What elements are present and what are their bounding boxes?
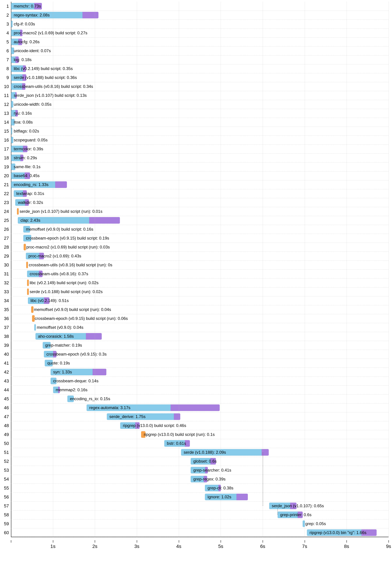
row-number: 43 (0, 377, 9, 385)
bar-label: crossbeam-deque: 0.14s (51, 377, 98, 385)
timeline-row: 40crossbeam-epoch (v0.9.15): 0.3s (11, 350, 389, 359)
timeline-row: 49ripgrep (v13.0.0) build script (run): … (11, 430, 389, 439)
row-number: 36 (0, 314, 9, 323)
bar-label: serde (v1.0.188) build script (run): 0.0… (28, 287, 103, 296)
bar-label: memmap2: 0.16s (54, 385, 87, 394)
bar-label: scopeguard: 0.05s (12, 136, 47, 145)
row-number: 10 (0, 82, 9, 91)
bar-label: serde_json (v1.0.107): 0.65s (270, 501, 324, 510)
x-tick-label: 6s (260, 544, 265, 549)
bar-label: bstr: 0.61s (165, 439, 186, 448)
timeline-row: 9serde (v1.0.188) build script: 0.36s (11, 73, 389, 82)
timeline-row: 13ryu: 0.16s (11, 109, 389, 118)
timeline-row: 31crossbeam-utils (v0.8.16): 0.37s (11, 269, 389, 278)
bar-label: memoffset (v0.9.0) build script (run): 0… (32, 305, 111, 314)
row-number: 37 (0, 323, 9, 332)
timeline-row: 32libc (v0.2.149) build script (run): 0.… (11, 278, 389, 287)
row-number: 46 (0, 403, 9, 412)
timeline-row: 37memoffset (v0.9.0): 0.04s (11, 323, 389, 332)
row-number: 35 (0, 305, 9, 314)
timeline-row: 1memchr: 0.73s (11, 2, 389, 11)
timeline-row: 16scopeguard: 0.05s (11, 136, 389, 145)
bar-label: encoding_rs: 1.33s (12, 180, 49, 189)
bar-segment-purple (86, 333, 102, 340)
bar-label: walkdir: 0.32s (16, 198, 43, 207)
timeline-row: 27crossbeam-epoch (v0.9.15) build script… (11, 234, 389, 243)
timeline-row: 57serde_json (v1.0.107): 0.65s (11, 501, 389, 510)
timeline-row: 20base64: 0.45s (11, 171, 389, 180)
bar-label: libc (v0.2.149): 0.51s (29, 296, 69, 305)
bar-label: proc-macro2 (v1.0.69) build script: 0.27… (12, 29, 87, 37)
timeline-row: 17termcolor: 0.39s (11, 145, 389, 154)
timeline-row: 53grep-searcher: 0.41s (11, 466, 389, 475)
row-number: 17 (0, 145, 9, 153)
x-tick-label: 4s (176, 544, 182, 549)
row-number: 1 (0, 2, 9, 11)
row-number: 4 (0, 29, 9, 37)
timeline-row: 48ripgrep (v13.0.0) build script: 0.46s (11, 421, 389, 430)
row-number: 11 (0, 91, 9, 100)
row-number: 52 (0, 457, 9, 466)
grid-line (347, 2, 347, 537)
row-number: 55 (0, 483, 9, 493)
bar-segment-purple (89, 217, 120, 224)
grid-line (95, 2, 95, 537)
bar-label: quote: 0.19s (46, 359, 70, 368)
timeline-row: 12unicode-width: 0.05s (11, 100, 389, 109)
grid-line (137, 2, 137, 537)
row-number: 38 (0, 332, 9, 341)
gantt-rows: 1memchr: 0.73s2regex-syntax: 2.08s3cfg-i… (11, 2, 389, 537)
x-ticks: 1s2s3s4s5s6s7s8s9s (11, 544, 389, 553)
row-number: 26 (0, 225, 9, 234)
timeline-row: 5autocfg: 0.26s (11, 37, 389, 46)
tick-mark (347, 540, 347, 543)
timeline-row: 47serde_derive: 1.75s (11, 412, 389, 421)
tick-mark (137, 540, 137, 543)
bar-label: crossbeam-epoch (v0.9.15) build script (… (33, 314, 128, 323)
bar-label: libc (v0.2.149) build script: 0.35s (12, 64, 73, 73)
row-number: 23 (0, 198, 9, 207)
timeline-row: 11serde_json (v1.0.107) build script: 0.… (11, 91, 389, 100)
tick-mark (11, 540, 11, 543)
timeline-row: 8libc (v0.2.149) build script: 0.35s (11, 64, 389, 73)
row-number: 28 (0, 243, 9, 252)
row-number: 49 (0, 430, 9, 439)
bar-label: libc (v0.2.149) build script (run): 0.02… (28, 278, 98, 287)
bar-label: serde (v1.0.188): 2.09s (182, 448, 226, 457)
timeline-row: 28proc-macro2 (v1.0.69) build script (ru… (11, 243, 389, 252)
tick-mark (221, 540, 221, 543)
bar-label: memchr: 0.73s (12, 2, 41, 11)
bar-label: encoding_rs_io: 0.15s (68, 394, 110, 403)
row-number: 31 (0, 269, 9, 278)
timeline-row: 33serde (v1.0.188) build script (run): 0… (11, 287, 389, 296)
bar-label: unicode-width: 0.05s (12, 100, 51, 109)
row-number: 42 (0, 368, 9, 377)
timeline-row: 15bitflags: 0.02s (11, 127, 389, 136)
row-number: 39 (0, 341, 9, 350)
timeline-row: 7log: 0.18s (11, 55, 389, 64)
bar-segment-purple (171, 405, 220, 411)
bar-label: cfg-if: 0.03s (12, 20, 35, 29)
bar-segment-purple (237, 494, 248, 500)
row-number: 45 (0, 394, 9, 403)
timeline-row: 35memoffset (v0.9.0) build script (run):… (11, 305, 389, 314)
tick-mark (53, 540, 53, 543)
bar-label: itoa: 0.08s (12, 118, 33, 127)
timeline-row: 29proc-macro2 (v1.0.69): 0.43s (11, 252, 389, 261)
bar-label: regex-syntax: 2.08s (12, 11, 50, 20)
bar-label: grep-cli: 0.38s (206, 483, 233, 493)
row-number: 25 (0, 216, 9, 225)
row-number: 22 (0, 189, 9, 198)
timeline-row: 3cfg-if: 0.03s (11, 20, 389, 29)
bar-label: regex-automata: 3.17s (87, 403, 130, 412)
timeline-row: 54grep-regex: 0.39s (11, 475, 389, 484)
row-number: 44 (0, 385, 9, 394)
timeline-row: 51serde (v1.0.188): 2.09s (11, 448, 389, 457)
timeline-row: 56ignore: 1.02s (11, 493, 389, 502)
bar-label: ryu: 0.16s (12, 109, 32, 118)
bar-label: aho-corasick: 1.58s (36, 332, 74, 341)
row-number: 7 (0, 55, 9, 64)
bar-label: strsim: 0.29s (12, 153, 37, 162)
timeline-row: 36crossbeam-epoch (v0.9.15) build script… (11, 314, 389, 323)
timeline-row: 22textwrap: 0.31s (11, 189, 389, 198)
